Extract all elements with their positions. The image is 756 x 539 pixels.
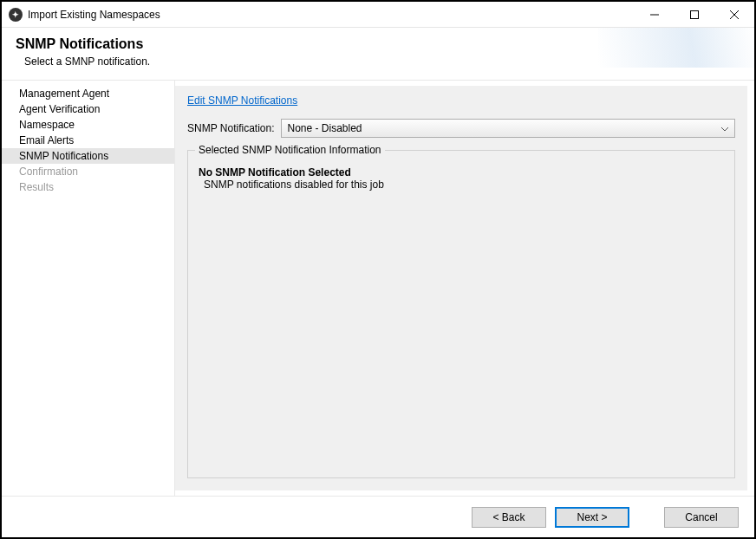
page-subtitle: Select a SMNP notification. xyxy=(24,55,740,68)
group-legend: Selected SNMP Notification Information xyxy=(195,144,385,156)
titlebar: ✦ Import Existing Namespaces xyxy=(2,2,754,28)
dialog-window: ✦ Import Existing Namespaces SNMP Notifi… xyxy=(0,0,756,539)
selected-notification-group: Selected SNMP Notification Information N… xyxy=(187,150,735,478)
app-icon: ✦ xyxy=(9,8,23,22)
wizard-footer: < Back Next > Cancel xyxy=(2,496,754,537)
chevron-down-icon xyxy=(720,122,729,134)
step-namespace[interactable]: Namespace xyxy=(2,117,174,133)
svg-rect-1 xyxy=(691,10,699,18)
empty-state-subtitle: SNMP notifications disabled for this job xyxy=(204,179,724,191)
snmp-notification-row: SNMP Notification: None - Disabled xyxy=(187,119,735,138)
step-email-alerts[interactable]: Email Alerts xyxy=(2,133,174,148)
window-title: Import Existing Namespaces xyxy=(28,9,635,21)
step-results: Results xyxy=(2,179,174,195)
snmp-notification-label: SNMP Notification: xyxy=(187,122,274,134)
dropdown-value: None - Disabled xyxy=(287,122,362,134)
back-button[interactable]: < Back xyxy=(472,507,546,528)
window-controls xyxy=(635,2,754,28)
wizard-body: Management Agent Agent Verification Name… xyxy=(2,81,754,496)
cancel-button[interactable]: Cancel xyxy=(664,507,739,528)
next-button[interactable]: Next > xyxy=(555,507,629,528)
edit-snmp-notifications-link[interactable]: Edit SNMP Notifications xyxy=(187,94,735,107)
minimize-button[interactable] xyxy=(635,2,675,28)
step-confirmation: Confirmation xyxy=(2,164,174,179)
step-agent-verification[interactable]: Agent Verification xyxy=(2,101,174,117)
wizard-header: SNMP Notifications Select a SMNP notific… xyxy=(2,28,754,81)
wizard-content: Edit SNMP Notifications SNMP Notificatio… xyxy=(175,86,747,490)
step-management-agent[interactable]: Management Agent xyxy=(2,86,174,101)
close-button[interactable] xyxy=(714,2,754,28)
empty-state-title: No SNMP Notification Selected xyxy=(199,166,724,179)
page-title: SNMP Notifications xyxy=(16,36,740,52)
maximize-button[interactable] xyxy=(675,2,714,28)
snmp-notification-dropdown[interactable]: None - Disabled xyxy=(281,119,735,138)
wizard-steps-sidebar: Management Agent Agent Verification Name… xyxy=(2,81,175,496)
step-snmp-notifications[interactable]: SNMP Notifications xyxy=(2,148,174,164)
